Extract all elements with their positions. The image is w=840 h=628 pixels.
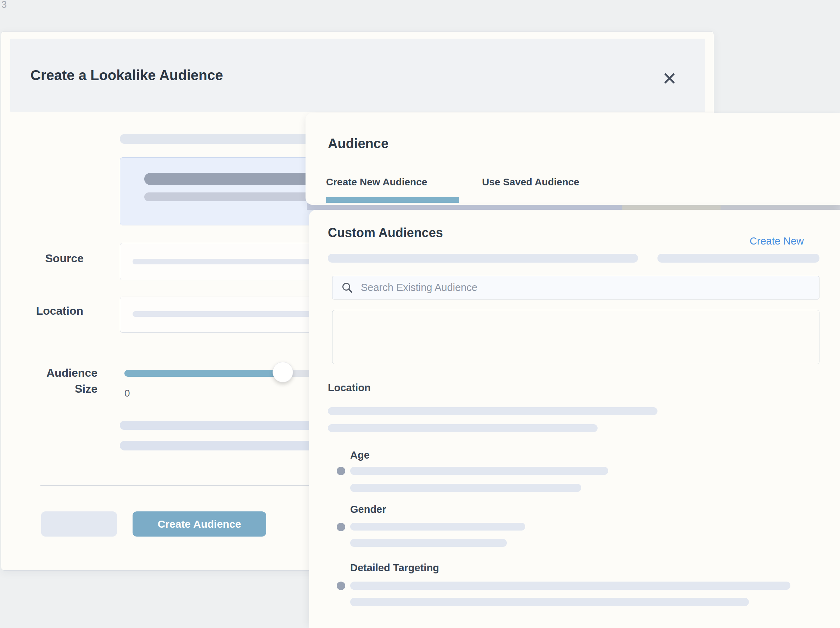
tab-create-new-audience[interactable]: Create New Audience <box>326 177 427 188</box>
detailed-targeting-section-label: Detailed Targeting <box>350 562 439 574</box>
create-new-link[interactable]: Create New <box>750 235 804 247</box>
audience-size-label: Size <box>1 382 98 396</box>
skeleton-bar <box>350 484 581 492</box>
age-radio[interactable] <box>337 467 345 475</box>
location-input[interactable] <box>120 297 321 333</box>
audience-size-value: 0 <box>125 388 130 399</box>
source-input[interactable] <box>120 243 321 280</box>
close-icon <box>662 71 677 86</box>
location-label: Location <box>0 305 83 317</box>
audience-size-slider-handle[interactable] <box>273 362 293 382</box>
age-section-label: Age <box>350 450 369 461</box>
skeleton-bar <box>328 407 657 415</box>
info-callout-placeholder <box>120 157 321 226</box>
footer-divider <box>40 485 321 486</box>
close-button[interactable] <box>662 71 677 86</box>
skeleton-bar <box>350 467 608 475</box>
detailed-targeting-radio[interactable] <box>337 582 345 590</box>
audience-list-box[interactable] <box>332 310 819 364</box>
search-existing-audience-input[interactable] <box>361 276 819 299</box>
audience-panel: Audience Create New Audience Use Saved A… <box>306 113 840 205</box>
slider-fill <box>125 370 284 377</box>
skeleton-bar <box>350 582 790 590</box>
modal-header: Create a Lookalike Audience <box>10 39 705 112</box>
skeleton-bar <box>350 523 525 530</box>
active-tab-underline <box>326 197 459 203</box>
skeleton-bar <box>144 173 321 185</box>
skeleton-bar <box>120 134 321 144</box>
audience-search-box <box>332 276 819 300</box>
tab-use-saved-audience[interactable]: Use Saved Audience <box>482 177 579 188</box>
skeleton-bar <box>133 311 321 317</box>
search-icon <box>342 282 353 293</box>
source-label: Source <box>0 252 84 265</box>
modal-title: Create a Lookalike Audience <box>30 39 223 112</box>
skeleton-bar <box>328 424 598 432</box>
skeleton-bar <box>657 254 819 263</box>
skeleton-bar <box>133 259 321 264</box>
custom-audiences-panel: Custom Audiences Create New Location Age… <box>309 210 840 628</box>
secondary-button-placeholder[interactable] <box>41 511 117 536</box>
skeleton-bar <box>350 598 749 606</box>
custom-audiences-heading: Custom Audiences <box>328 226 443 240</box>
gender-radio[interactable] <box>337 523 345 531</box>
skeleton-bar <box>350 539 507 547</box>
skeleton-bar <box>144 193 321 201</box>
gender-section-label: Gender <box>350 503 386 515</box>
skeleton-bar <box>120 441 321 450</box>
backdrop-counter: 3 <box>2 0 7 10</box>
audience-panel-title: Audience <box>328 136 388 151</box>
create-audience-button[interactable]: Create Audience <box>133 511 266 536</box>
location-section-label: Location <box>328 382 371 394</box>
skeleton-bar <box>120 421 321 430</box>
audience-size-label: Audience <box>1 366 98 380</box>
skeleton-bar <box>328 254 638 263</box>
